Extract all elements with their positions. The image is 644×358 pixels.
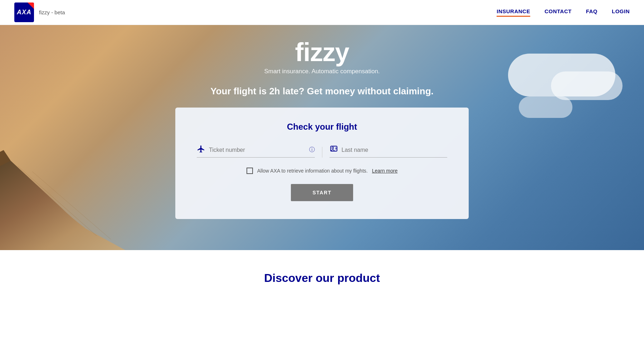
svg-point-3 bbox=[332, 147, 333, 149]
axa-logo: AXA bbox=[14, 3, 34, 22]
card-title: Check your flight bbox=[197, 122, 447, 132]
consent-row: Allow AXA to retrieve information about … bbox=[197, 168, 447, 174]
hero-content: fizzy Smart insurance. Automatic compens… bbox=[0, 39, 644, 219]
hero-subtitle: Smart insurance. Automatic compensation. bbox=[264, 68, 380, 75]
header-left: AXA fizzy - beta bbox=[14, 3, 65, 22]
axa-logo-stripe bbox=[28, 3, 34, 9]
form-divider bbox=[322, 147, 322, 158]
form-row: ⓘ bbox=[197, 145, 447, 158]
nav-faq[interactable]: FAQ bbox=[586, 8, 597, 17]
discover-section: Discover our product bbox=[0, 250, 644, 299]
discover-title: Discover our product bbox=[14, 272, 630, 285]
brand-name: fizzy - beta bbox=[39, 9, 65, 15]
ticket-input-group: ⓘ bbox=[197, 145, 315, 158]
header: AXA fizzy - beta INSURANCE CONTACT FAQ L… bbox=[0, 0, 644, 25]
learn-more-link[interactable]: Learn more bbox=[372, 168, 398, 174]
hero-title: fizzy bbox=[295, 39, 349, 65]
nav-contact[interactable]: CONTACT bbox=[545, 8, 572, 17]
axa-logo-text: AXA bbox=[17, 9, 31, 16]
plane-icon bbox=[197, 145, 205, 155]
header-nav: INSURANCE CONTACT FAQ LOGIN bbox=[497, 8, 630, 17]
person-icon bbox=[330, 145, 338, 155]
consent-label: Allow AXA to retrieve information about … bbox=[257, 168, 368, 174]
start-button[interactable]: START bbox=[291, 184, 353, 201]
check-flight-card: Check your flight ⓘ bbox=[175, 108, 469, 219]
lastname-input[interactable] bbox=[342, 147, 448, 153]
ticket-number-input[interactable] bbox=[209, 147, 306, 153]
consent-checkbox[interactable] bbox=[247, 168, 253, 174]
hero-tagline: Your flight is 2h late? Get money withou… bbox=[210, 86, 434, 97]
nav-insurance[interactable]: INSURANCE bbox=[497, 8, 530, 17]
nav-login[interactable]: LOGIN bbox=[612, 8, 630, 17]
lastname-input-group bbox=[330, 145, 448, 158]
hero-section: fizzy Smart insurance. Automatic compens… bbox=[0, 25, 644, 250]
info-icon[interactable]: ⓘ bbox=[309, 146, 315, 154]
